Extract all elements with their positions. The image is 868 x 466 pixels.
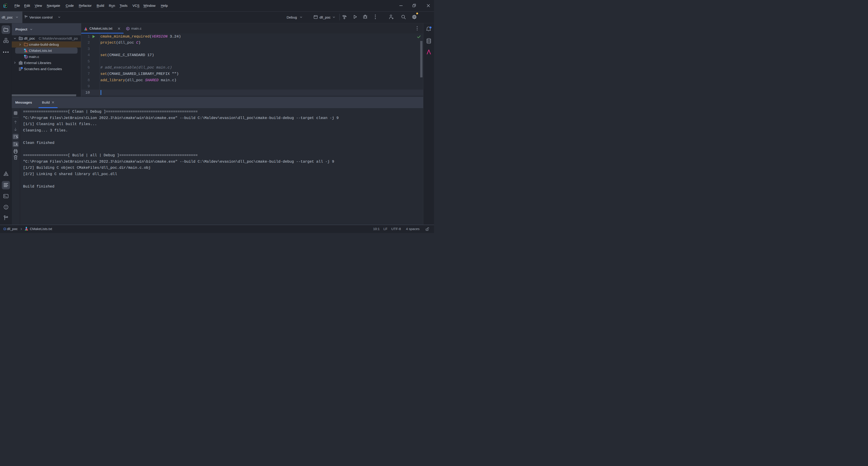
svg-text:CL: CL — [4, 4, 7, 6]
svg-text:C: C — [127, 28, 129, 30]
